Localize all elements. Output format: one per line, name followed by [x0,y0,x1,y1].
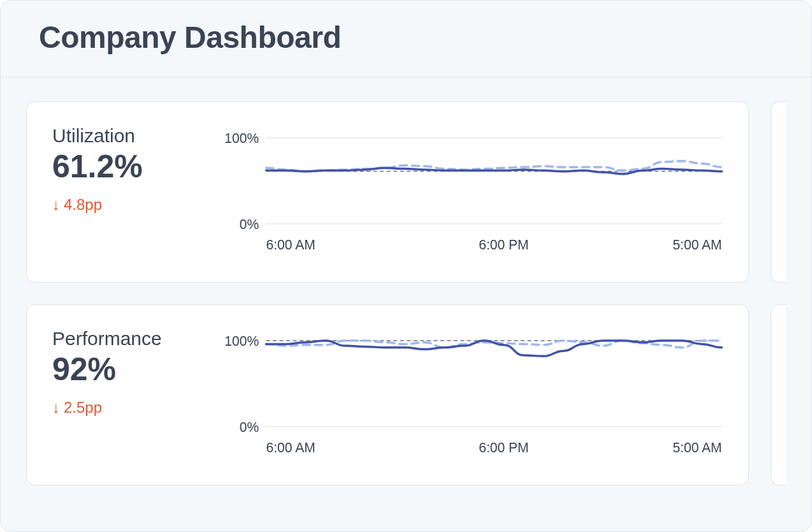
utilization-chart: 100% 0% 6:00 AM 6:00 PM 5:00 AM [205,125,729,268]
dashboard-content: Utilization 61.2% ↓ 4.8pp 100% 0% 6:00 A… [1,77,811,510]
utilization-plot [266,161,722,174]
performance-chart: 100% 0% 6:00 AM 6:00 PM 5:00 AM [205,328,729,471]
utilization-neighbor-card[interactable] [771,101,786,283]
dashboard-page: Company Dashboard Utilization 61.2% ↓ 4.… [0,0,812,532]
arrow-down-icon: ↓ [52,197,60,212]
performance-title: Performance [52,328,199,350]
performance-row: Performance 92% ↓ 2.5pp 100% 0% 6:00 AM … [26,304,786,485]
performance-delta-text: 2.5pp [64,399,102,417]
utilization-card[interactable]: Utilization 61.2% ↓ 4.8pp 100% 0% 6:00 A… [26,101,749,283]
page-header: Company Dashboard [1,1,811,77]
arrow-down-icon: ↓ [52,400,60,415]
performance-ytick-100: 100% [224,334,259,350]
utilization-row: Utilization 61.2% ↓ 4.8pp 100% 0% 6:00 A… [26,101,786,283]
utilization-delta: ↓ 4.8pp [52,196,199,214]
utilization-svg: 100% 0% 6:00 AM 6:00 PM 5:00 AM [205,125,729,268]
page-title: Company Dashboard [39,20,773,55]
performance-xtick-0: 6:00 AM [266,440,315,456]
utilization-ytick-100: 100% [224,131,259,147]
utilization-xtick-1: 6:00 PM [479,237,528,253]
performance-xtick-2: 5:00 AM [672,440,721,456]
performance-value: 92% [52,352,199,387]
performance-neighbor-card[interactable] [771,304,786,485]
performance-svg: 100% 0% 6:00 AM 6:00 PM 5:00 AM [205,328,729,471]
performance-ytick-0: 0% [240,420,259,436]
utilization-xtick-2: 5:00 AM [672,237,721,253]
performance-metric: Performance 92% ↓ 2.5pp [52,328,199,471]
utilization-series-current [266,168,722,174]
utilization-value: 61.2% [52,149,199,184]
performance-series-current [266,341,722,356]
utilization-metric: Utilization 61.2% ↓ 4.8pp [52,125,199,268]
utilization-delta-text: 4.8pp [64,196,102,214]
performance-xtick-1: 6:00 PM [479,440,528,456]
performance-card[interactable]: Performance 92% ↓ 2.5pp 100% 0% 6:00 AM … [26,304,749,485]
performance-delta: ↓ 2.5pp [52,399,199,417]
performance-plot [266,341,722,356]
utilization-xtick-0: 6:00 AM [266,237,315,253]
utilization-ytick-0: 0% [240,217,259,233]
utilization-title: Utilization [52,125,199,147]
